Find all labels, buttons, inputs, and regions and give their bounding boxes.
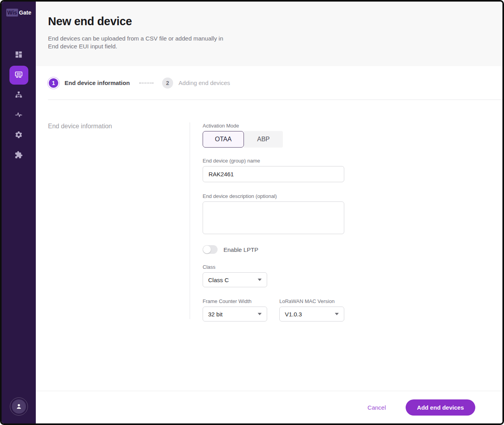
cancel-button[interactable]: Cancel bbox=[367, 404, 386, 411]
sidebar-item-devices[interactable] bbox=[9, 66, 28, 85]
vertical-divider bbox=[190, 122, 190, 319]
devices-icon bbox=[15, 70, 23, 80]
device-name-label: End device (group) name bbox=[203, 158, 345, 164]
logo-gate: Gate bbox=[19, 9, 31, 16]
sidebar-item-extensions[interactable] bbox=[9, 146, 28, 165]
logo-wis: Wis bbox=[6, 9, 18, 17]
frame-counter-label: Frame Counter Width bbox=[203, 298, 267, 304]
section-title: End device information bbox=[48, 123, 190, 391]
add-end-devices-button[interactable]: Add end devices bbox=[406, 399, 475, 416]
device-name-input[interactable] bbox=[203, 166, 344, 182]
frame-counter-value: 32 bit bbox=[208, 311, 223, 318]
frame-counter-select[interactable]: 32 bit bbox=[203, 307, 267, 322]
sidebar-item-activity[interactable] bbox=[9, 106, 28, 125]
main-panel: New end device End devices can be upload… bbox=[36, 2, 502, 423]
step-2-adding-end-devices[interactable]: 2 Adding end devices bbox=[162, 78, 230, 89]
class-select-value: Class C bbox=[208, 277, 229, 283]
user-avatar-icon bbox=[12, 399, 26, 414]
sidebar-nav bbox=[9, 46, 28, 166]
dashboard-icon bbox=[15, 50, 23, 60]
settings-icon bbox=[15, 131, 23, 140]
chevron-down-icon bbox=[258, 279, 262, 281]
abp-option[interactable]: ABP bbox=[244, 131, 283, 148]
user-menu[interactable] bbox=[10, 397, 28, 416]
device-description-label: End device description (optional) bbox=[203, 193, 345, 199]
sidebar-item-dashboard[interactable] bbox=[9, 46, 28, 65]
stepper-connector bbox=[139, 83, 153, 83]
mac-version-label: LoRaWAN MAC Version bbox=[279, 298, 344, 304]
mac-version-value: V1.0.3 bbox=[285, 311, 302, 318]
chevron-down-icon bbox=[258, 313, 262, 315]
sidebar-item-settings[interactable] bbox=[9, 126, 28, 145]
end-device-form: Activation Mode OTAA ABP End device (gro… bbox=[203, 123, 345, 391]
page-description: End devices can be uploaded from a CSV f… bbox=[48, 35, 224, 50]
step-1-label: End device information bbox=[65, 79, 130, 86]
form-body: End device information Activation Mode O… bbox=[36, 100, 502, 391]
lptp-toggle[interactable] bbox=[203, 245, 218, 254]
class-label: Class bbox=[203, 264, 345, 270]
sidebar-item-network[interactable] bbox=[9, 86, 28, 105]
chevron-down-icon bbox=[335, 313, 339, 315]
device-description-textarea[interactable] bbox=[203, 201, 344, 234]
step-2-label: Adding end devices bbox=[179, 79, 230, 86]
class-select[interactable]: Class C bbox=[203, 272, 267, 287]
step-1-end-device-information[interactable]: 1 End device information bbox=[48, 78, 130, 89]
step-1-number: 1 bbox=[48, 78, 59, 89]
lptp-toggle-knob bbox=[203, 246, 211, 253]
sitemap-icon bbox=[15, 91, 23, 100]
activation-mode-label: Activation Mode bbox=[203, 123, 345, 129]
activation-mode-segmented: OTAA ABP bbox=[203, 131, 345, 148]
form-footer: Cancel Add end devices bbox=[36, 391, 502, 423]
app-window: Wis Gate bbox=[0, 0, 504, 425]
step-2-number: 2 bbox=[162, 78, 173, 89]
page-header: New end device End devices can be upload… bbox=[36, 2, 502, 66]
stepper: 1 End device information 2 Adding end de… bbox=[36, 66, 502, 100]
mac-version-select[interactable]: V1.0.3 bbox=[279, 307, 344, 322]
otaa-option[interactable]: OTAA bbox=[203, 131, 244, 148]
lptp-toggle-label: Enable LPTP bbox=[223, 246, 258, 253]
lptp-toggle-row: Enable LPTP bbox=[203, 245, 345, 254]
extensions-icon bbox=[15, 151, 23, 161]
wisgate-logo: Wis Gate bbox=[6, 9, 31, 17]
dropdown-row: Frame Counter Width 32 bit LoRaWAN MAC V… bbox=[203, 298, 345, 322]
sidebar: Wis Gate bbox=[2, 2, 36, 423]
activity-icon bbox=[15, 111, 23, 120]
page-title: New end device bbox=[48, 15, 487, 28]
